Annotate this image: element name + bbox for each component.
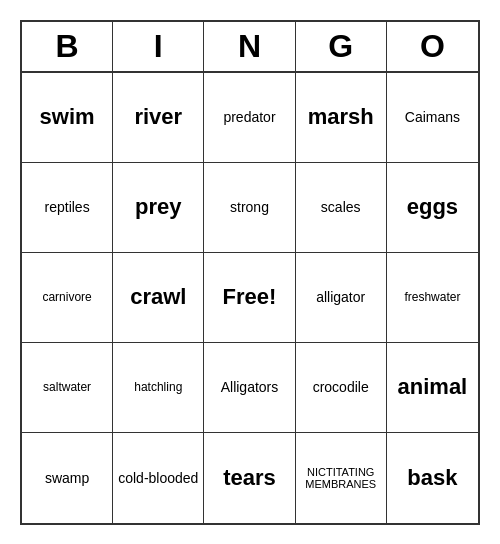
bingo-cell: saltwater	[22, 343, 113, 433]
bingo-cell: Caimans	[387, 73, 478, 163]
bingo-cell: swamp	[22, 433, 113, 523]
bingo-cell: alligator	[296, 253, 387, 343]
header-letter: G	[296, 22, 387, 71]
bingo-cell: freshwater	[387, 253, 478, 343]
bingo-cell: swim	[22, 73, 113, 163]
bingo-cell: predator	[204, 73, 295, 163]
header-letter: N	[204, 22, 295, 71]
bingo-cell: cold-blooded	[113, 433, 204, 523]
bingo-cell: river	[113, 73, 204, 163]
bingo-cell: hatchling	[113, 343, 204, 433]
header-letter: B	[22, 22, 113, 71]
bingo-cell: eggs	[387, 163, 478, 253]
bingo-cell: scales	[296, 163, 387, 253]
bingo-cell: carnivore	[22, 253, 113, 343]
header-letter: I	[113, 22, 204, 71]
bingo-cell: strong	[204, 163, 295, 253]
bingo-cell: animal	[387, 343, 478, 433]
header-letter: O	[387, 22, 478, 71]
bingo-cell: crocodile	[296, 343, 387, 433]
bingo-header: BINGO	[22, 22, 478, 73]
bingo-card: BINGO swimriverpredatormarshCaimansrepti…	[20, 20, 480, 525]
bingo-cell: Alligators	[204, 343, 295, 433]
bingo-cell: crawl	[113, 253, 204, 343]
bingo-cell: marsh	[296, 73, 387, 163]
bingo-cell: reptiles	[22, 163, 113, 253]
bingo-cell: NICTITATING MEMBRANES	[296, 433, 387, 523]
bingo-cell: Free!	[204, 253, 295, 343]
bingo-grid: swimriverpredatormarshCaimansreptilespre…	[22, 73, 478, 523]
bingo-cell: prey	[113, 163, 204, 253]
bingo-cell: tears	[204, 433, 295, 523]
bingo-cell: bask	[387, 433, 478, 523]
